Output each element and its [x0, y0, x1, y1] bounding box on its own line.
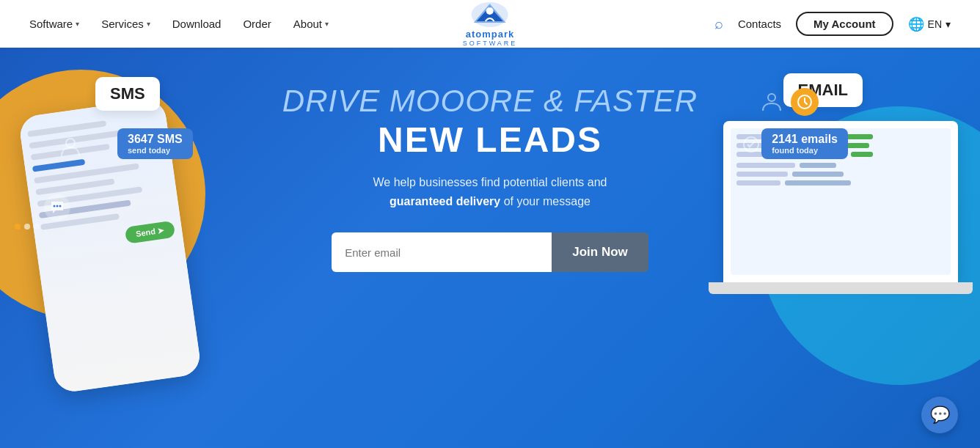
hero-desc-bold: guaranteed delivery	[390, 195, 500, 208]
hero-tagline-text: DRIVE MOOORE & FASTER	[282, 84, 698, 118]
sms-card: SMS	[95, 77, 160, 111]
svg-point-6	[56, 205, 59, 208]
header-right: ⌕ Contacts My Account 🌐 EN ▾	[714, 12, 951, 36]
language-label: EN	[928, 18, 942, 30]
chat-bubble-icon	[44, 194, 70, 221]
hero-desc-end: of your message	[504, 195, 590, 208]
nav-software[interactable]: Software ▾	[29, 18, 79, 30]
contacts-link[interactable]: Contacts	[738, 18, 781, 30]
person-icon-right	[761, 92, 782, 117]
decorative-dots	[15, 224, 40, 229]
logo-icon	[471, 1, 509, 29]
chevron-down-icon: ▾	[325, 20, 329, 28]
main-nav: Software ▾ Services ▾ Download Order Abo…	[29, 18, 329, 30]
clock-icon	[791, 88, 819, 116]
language-selector[interactable]: 🌐 EN ▾	[908, 16, 951, 32]
svg-point-8	[768, 94, 775, 101]
svg-point-5	[54, 205, 56, 208]
email-stats-badge: 2141 emails found today	[761, 128, 848, 159]
globe-icon: 🌐	[908, 16, 924, 32]
person-icon-left	[59, 136, 82, 159]
nav-about[interactable]: About ▾	[293, 18, 329, 30]
chat-widget-button[interactable]: 💬	[921, 397, 958, 433]
email-count: 2141 emails	[772, 133, 838, 146]
my-account-button[interactable]: My Account	[796, 12, 893, 36]
nav-order[interactable]: Order	[243, 18, 271, 30]
email-input[interactable]	[332, 232, 552, 272]
sms-sub: send today	[128, 146, 183, 155]
hero-title: NEW LEADS	[270, 120, 710, 160]
chevron-down-icon: ▾	[946, 18, 951, 30]
nav-download[interactable]: Download	[172, 18, 222, 30]
svg-point-7	[59, 205, 62, 208]
sms-label: SMS	[110, 84, 145, 103]
logo-name: atompark	[466, 29, 515, 40]
hero-section: SMS 3647 SMS send today Send ➤	[0, 48, 980, 448]
hero-center: DRIVE MOOORE & FASTER NEW LEADS We help …	[270, 84, 710, 272]
check-icon	[742, 136, 760, 158]
hero-description: We help businesses find potential client…	[270, 173, 710, 210]
logo-subtitle: software	[463, 40, 518, 47]
search-icon[interactable]: ⌕	[714, 15, 723, 32]
chevron-down-icon: ▾	[76, 20, 79, 28]
svg-point-4	[66, 139, 75, 147]
header: Software ▾ Services ▾ Download Order Abo…	[0, 0, 980, 48]
hero-tagline: DRIVE MOOORE & FASTER	[270, 84, 710, 118]
email-sub: found today	[772, 146, 838, 155]
hero-desc-text: We help businesses find potential client…	[373, 176, 607, 188]
email-form: Join Now	[270, 232, 710, 272]
sms-count: 3647 SMS	[128, 133, 183, 146]
nav-services[interactable]: Services ▾	[101, 18, 150, 30]
svg-point-3	[486, 7, 494, 15]
logo[interactable]: atompark software	[463, 1, 518, 47]
chevron-down-icon: ▾	[147, 20, 150, 28]
join-now-button[interactable]: Join Now	[552, 232, 648, 272]
sms-stats-badge: 3647 SMS send today	[117, 128, 193, 159]
